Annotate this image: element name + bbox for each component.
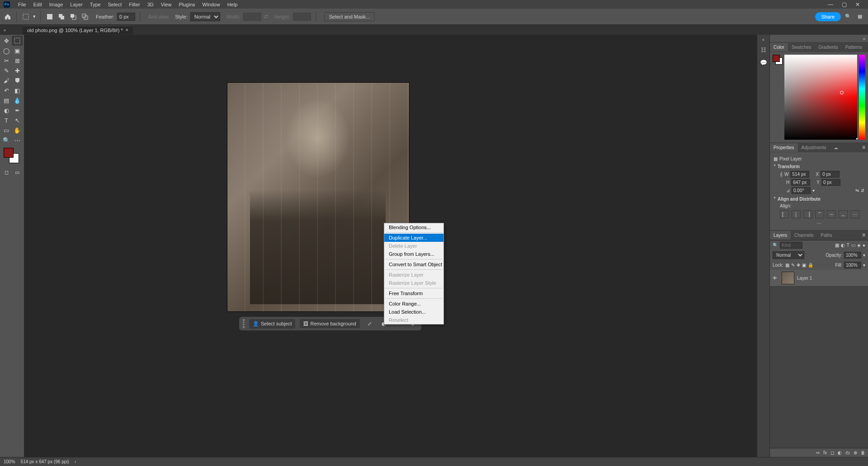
cm-load-selection[interactable]: Load Selection... [384,308,443,316]
menu-type[interactable]: Type [86,1,104,8]
layer-item[interactable]: 👁 Layer 1 [770,270,868,287]
window-close-icon[interactable]: ✕ [851,0,864,9]
lock-artboard-icon[interactable]: ▣ [802,263,806,268]
chevron-down-icon[interactable]: ˅ [774,197,776,202]
move-tool-icon[interactable]: ✥ [1,36,12,46]
dodge-tool-icon[interactable]: ◐ [1,105,12,115]
flip-v-icon[interactable]: ⇵ [861,188,864,193]
cm-blending-options[interactable]: Blending Options... [384,223,443,231]
canvas-area[interactable]: Blending Options... Duplicate Layer... D… [24,35,757,457]
tab-paths[interactable]: Paths [817,231,836,240]
angle-dropdown-icon[interactable]: ▾ [812,188,815,193]
select-subject-button[interactable]: 👤 Select subject [249,319,295,329]
transform-icon[interactable]: ⤢ [364,319,374,329]
group-icon[interactable]: 🗀 [845,450,850,455]
workspace-icon[interactable]: ▦ [855,12,864,21]
subtract-selection-icon[interactable] [69,12,78,21]
menu-3d[interactable]: 3D [144,1,157,8]
style-select[interactable]: Normal [190,12,220,21]
color-spectrum[interactable] [784,55,857,140]
gradient-tool-icon[interactable]: ▤ [1,95,12,105]
expand-dock-icon[interactable] [762,37,764,42]
type-tool-icon[interactable]: T [1,115,12,125]
zoom-level[interactable]: 100% [4,459,15,464]
canvas[interactable] [227,82,410,312]
search-icon[interactable]: 🔍 [773,243,778,248]
opacity-dropdown-icon[interactable]: ▾ [863,253,865,258]
collapse-panels-icon[interactable] [860,35,868,42]
tab-channels[interactable]: Channels [791,231,817,240]
tab-swatches[interactable]: Swatches [788,43,815,52]
color-marker-icon[interactable] [840,91,844,94]
lock-transparency-icon[interactable]: ▦ [785,263,789,268]
remove-background-button[interactable]: 🖼 Remove background [300,319,360,328]
new-layer-icon[interactable]: ⊕ [854,450,857,455]
filter-adjust-icon[interactable]: ◐ [841,243,845,248]
align-right-icon[interactable]: ▕ [803,210,812,218]
marquee-tool-icon[interactable] [12,36,23,46]
align-bottom-icon[interactable]: ⎽ [839,210,848,218]
delete-layer-icon[interactable]: 🗑 [861,450,865,455]
history-panel-icon[interactable]: ☷ [759,45,769,55]
current-colors[interactable] [773,55,783,65]
more-align-icon[interactable]: ⋯ [850,210,859,218]
blur-tool-icon[interactable]: 💧 [12,95,23,105]
layer-fx-icon[interactable]: fx [823,450,827,455]
cm-group-from-layers[interactable]: Group from Layers... [384,250,443,258]
align-vcenter-icon[interactable]: ─ [827,210,836,218]
panel-menu-icon[interactable]: ≡ [866,44,868,50]
link-wh-icon[interactable]: 𝄞 [780,172,783,177]
collapse-tools-icon[interactable] [4,27,6,33]
chevron-down-icon[interactable]: ˅ [774,164,776,169]
flip-h-icon[interactable]: ⇋ [855,188,859,193]
align-top-icon[interactable]: ⎺ [815,210,824,218]
pen-tool-icon[interactable]: ✒ [12,105,23,115]
share-button[interactable]: Share [815,12,841,21]
drag-handle-icon[interactable] [243,319,245,328]
intersect-selection-icon[interactable] [80,12,90,21]
width-input[interactable] [790,171,809,178]
crop-tool-icon[interactable]: ✂ [1,56,12,66]
panel-menu-icon[interactable]: ≡ [859,144,868,151]
menu-view[interactable]: View [157,1,175,8]
tab-properties[interactable]: Properties [770,143,798,152]
search-icon[interactable]: 🔍 [844,12,853,21]
foreground-color-swatch[interactable] [4,148,14,158]
tab-close-icon[interactable]: × [126,28,128,33]
menu-plugins[interactable]: Plugins [175,1,198,8]
screenmode-icon[interactable]: ▭ [12,168,23,177]
menu-layer[interactable]: Layer [66,1,86,8]
cm-convert-smart-object[interactable]: Convert to Smart Object [384,260,443,268]
panel-menu-icon[interactable]: ≡ [859,232,868,238]
comments-panel-icon[interactable]: 💬 [759,57,769,67]
cm-free-transform[interactable]: Free Transform [384,289,443,297]
menu-select[interactable]: Select [104,1,126,8]
filter-smart-icon[interactable]: ◈ [857,243,861,248]
status-chevron-icon[interactable]: › [75,459,76,464]
layer-name[interactable]: Layer 1 [797,276,812,281]
quickmask-icon[interactable]: ◻ [1,168,12,177]
lasso-tool-icon[interactable]: ◯ [1,46,12,56]
fill-dropdown-icon[interactable]: ▾ [863,263,865,268]
hue-slider[interactable] [859,55,865,140]
window-minimize-icon[interactable]: — [824,0,837,9]
eraser-tool-icon[interactable]: ◧ [12,85,23,95]
edit-toolbar-icon[interactable]: ⋯ [12,135,23,145]
layer-thumbnail[interactable] [782,272,794,284]
y-input[interactable] [821,179,840,186]
cm-color-range[interactable]: Color Range... [384,300,443,308]
menu-image[interactable]: Image [46,1,67,8]
window-maximize-icon[interactable]: ▢ [837,0,851,9]
filter-toggle-icon[interactable]: ● [863,243,865,248]
menu-help[interactable]: Help [224,1,241,8]
select-and-mask-button[interactable]: Select and Mask... [324,12,375,21]
opacity-input[interactable] [844,252,861,259]
menu-window[interactable]: Window [199,1,224,8]
history-brush-tool-icon[interactable]: ↶ [1,85,12,95]
fill-input[interactable] [844,262,861,268]
frame-tool-icon[interactable]: ⊠ [12,56,23,66]
angle-input[interactable] [792,187,811,194]
add-selection-icon[interactable] [57,12,66,21]
menu-file[interactable]: File [14,1,30,8]
object-select-tool-icon[interactable]: ▣ [12,46,23,56]
